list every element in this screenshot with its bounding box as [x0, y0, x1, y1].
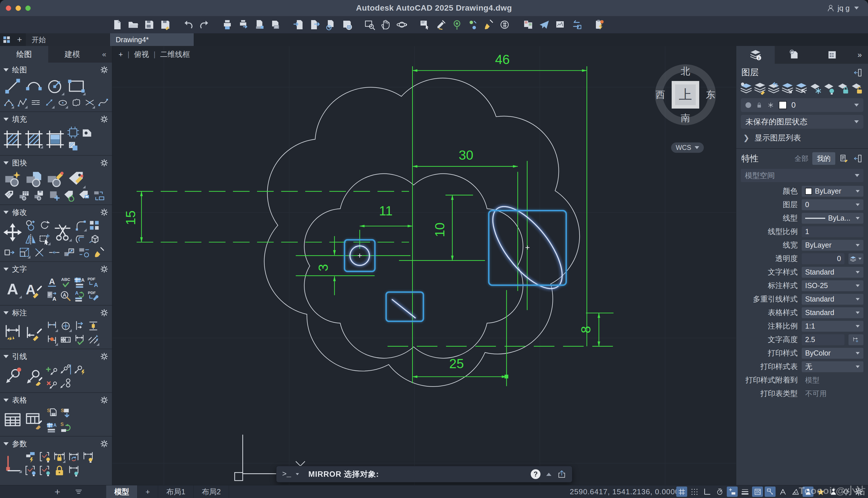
view-control[interactable]: 俯视 [134, 49, 149, 60]
dynamic-input-toggle[interactable] [777, 486, 788, 497]
user-menu[interactable]: jq g [823, 2, 863, 14]
gear-icon[interactable] [100, 265, 109, 273]
gear-icon[interactable] [100, 65, 109, 74]
tool-ellipse[interactable] [57, 96, 68, 108]
tool-arc-3point[interactable] [3, 96, 14, 108]
palette-tab-draw[interactable]: 绘图 [0, 46, 48, 63]
tool-geometric-constraint[interactable] [3, 455, 22, 473]
layer-select[interactable]: 0 [802, 199, 864, 210]
tool-table-export[interactable]: S [46, 407, 58, 419]
plot-style-select[interactable]: ByColor [802, 348, 864, 359]
tool-resize[interactable] [63, 246, 75, 259]
tool-leader-remove[interactable] [46, 377, 58, 390]
filter-all-button[interactable]: 全部 [795, 154, 808, 163]
tool-gradient[interactable] [46, 130, 64, 148]
quick-select-button[interactable] [419, 19, 431, 30]
linetype-scale-input[interactable]: 1 [802, 226, 864, 237]
tool-pdf-import-text[interactable]: PDFA [87, 276, 99, 288]
layout2-tab[interactable]: 布局2 [194, 485, 229, 498]
tool-table-sync[interactable]: S [60, 421, 72, 433]
tool-text-align[interactable]: A [46, 290, 58, 302]
viewcube-east[interactable]: 东 [706, 89, 715, 101]
tool-dim-show[interactable] [82, 451, 94, 463]
tool-rectangle[interactable] [67, 77, 85, 95]
tool-rotate[interactable] [39, 220, 51, 232]
tool-attribute-display[interactable] [78, 189, 90, 201]
selection-box-line[interactable] [386, 292, 423, 322]
tool-array[interactable] [89, 220, 100, 232]
save-as-button[interactable] [160, 19, 171, 30]
tool-circle[interactable] [46, 77, 64, 95]
panel-tab-sheetset[interactable] [813, 46, 851, 64]
collapse-icon[interactable] [3, 442, 9, 445]
tool-construction-line[interactable] [84, 96, 95, 108]
auto-hide-icon[interactable] [853, 68, 863, 78]
point-style-button[interactable] [467, 19, 479, 30]
viewcube-west[interactable]: 西 [655, 89, 665, 101]
tool-move[interactable] [3, 223, 22, 241]
tool-show-constraints[interactable] [39, 451, 51, 463]
lineweight-select[interactable]: ByLayer [802, 240, 864, 251]
plot-button[interactable] [238, 19, 249, 30]
show-layer-list[interactable]: ❯ 显示图层列表 [736, 129, 868, 147]
tool-single-text[interactable]: A [46, 276, 58, 288]
tool-dim-break[interactable] [46, 334, 58, 346]
tool-explode[interactable] [89, 233, 100, 245]
gear-icon[interactable] [100, 159, 109, 167]
tool-attribute-sync[interactable] [63, 189, 75, 201]
undo-button[interactable] [182, 19, 194, 30]
color-select[interactable]: ByLayer [802, 186, 864, 197]
tool-change-space[interactable] [78, 246, 90, 259]
import-button[interactable] [293, 19, 304, 30]
lineweight-toggle[interactable] [740, 486, 750, 497]
tool-dim-baseline[interactable] [73, 320, 85, 332]
tool-insert-block[interactable] [3, 170, 22, 188]
layer-color-swatch[interactable] [779, 101, 787, 109]
panel-more-button[interactable]: » [851, 46, 868, 64]
panel-tab-attach[interactable] [775, 46, 813, 64]
layer-isolate-button[interactable] [781, 82, 794, 95]
share-button[interactable] [539, 19, 550, 30]
tool-join[interactable] [48, 246, 60, 259]
tab-start[interactable]: 开始 [26, 33, 110, 46]
tool-auto-constrain[interactable] [25, 451, 37, 463]
clean-button[interactable] [483, 19, 495, 30]
page-setup-button[interactable] [254, 19, 265, 30]
layout1-tab[interactable]: 布局1 [158, 485, 193, 498]
edit-properties-icon[interactable] [839, 154, 849, 163]
isolate-objects-toggle[interactable] [840, 486, 851, 497]
print-button[interactable] [221, 19, 233, 30]
collapse-icon[interactable] [3, 161, 9, 165]
viewcube[interactable]: 北 南 西 东 上 [655, 64, 716, 125]
tool-revcloud[interactable] [71, 96, 82, 108]
model-tab[interactable]: 模型 [106, 485, 137, 498]
collapse-icon[interactable] [3, 355, 9, 358]
save-button[interactable] [144, 19, 155, 30]
layer-edit-button[interactable] [754, 82, 767, 95]
layer-unlock-button[interactable] [850, 82, 863, 95]
tool-hatch[interactable] [3, 130, 22, 148]
tool-leader-add[interactable] [46, 364, 58, 376]
tool-hide-constraints[interactable] [25, 465, 37, 477]
polar-toggle[interactable] [714, 486, 725, 497]
tool-spline[interactable] [98, 96, 109, 108]
tool-edit-block[interactable] [46, 170, 64, 188]
palette-add-button[interactable]: + [55, 486, 60, 497]
tool-find-text[interactable]: A [60, 290, 72, 302]
tool-polyline[interactable] [17, 96, 28, 108]
tool-dim-linear[interactable] [46, 320, 58, 332]
tool-select-similar[interactable] [39, 233, 51, 245]
tool-offset[interactable] [74, 233, 87, 245]
collapse-icon[interactable] [3, 268, 9, 271]
drawing-compare-button[interactable] [523, 19, 534, 30]
layer-off-button[interactable] [822, 82, 835, 95]
mleader-style-select[interactable]: Standard [802, 294, 864, 305]
linetype-select[interactable]: ByLa... [802, 213, 864, 224]
collapse-icon[interactable] [3, 118, 9, 121]
table-style-select[interactable]: Standard [802, 307, 864, 318]
text-height-input[interactable]: 2.5 [802, 334, 844, 345]
tool-tolerance[interactable]: .1 [60, 334, 72, 346]
tool-block-replace[interactable] [93, 189, 105, 201]
units-button[interactable] [500, 19, 511, 30]
palette-tab-model[interactable]: 建模 [48, 46, 96, 63]
